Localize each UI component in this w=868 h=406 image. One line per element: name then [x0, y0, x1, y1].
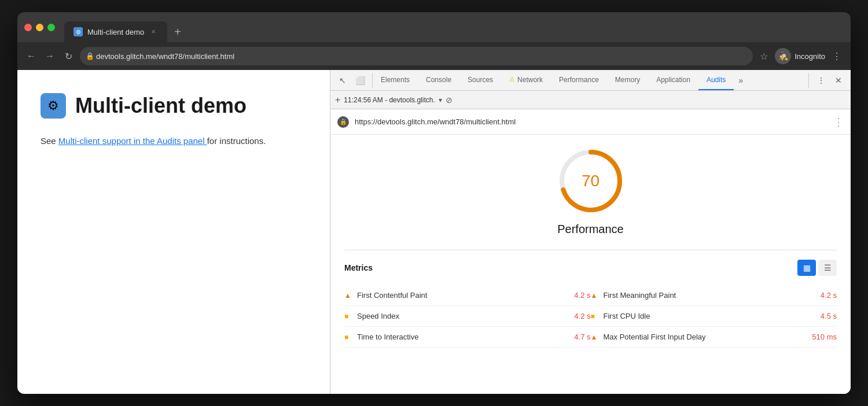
minimize-button[interactable]	[36, 24, 43, 31]
tab-network[interactable]: ⚠Network	[501, 70, 551, 90]
metrics-section: Metrics ▦ ☰ ▲ First Contentful Paint 4.2…	[344, 250, 837, 348]
metric-value-tti: 4.7 s	[574, 333, 590, 341]
metric-value-fcp: 4.2 s	[574, 291, 590, 300]
tab-favicon	[73, 27, 83, 36]
devtools-toolbar: ↖ ⬜ Elements Console Sources ⚠Network Pe…	[330, 70, 851, 91]
devtools-close-button[interactable]: ✕	[831, 73, 846, 88]
audit-url-favicon: 🔒	[337, 116, 349, 128]
description-post: for instructions.	[207, 136, 266, 146]
description-pre: See	[41, 136, 58, 146]
page-logo: ⚙ Multi-client demo	[41, 93, 307, 119]
devtools-panel: ↖ ⬜ Elements Console Sources ⚠Network Pe…	[330, 70, 851, 394]
metric-name-mpfid: Max Potential First Input Delay	[604, 333, 803, 341]
tab-performance[interactable]: Performance	[551, 70, 607, 90]
metric-icon-fci: ■	[591, 312, 599, 320]
metric-value-mpfid: 510 ms	[812, 333, 837, 341]
metric-icon-fcp: ▲	[344, 291, 352, 300]
audit-url-more-button[interactable]: ⋮	[833, 116, 844, 128]
score-section: 70 Performance	[344, 146, 837, 236]
metric-row: ■ Time to Interactive 4.7 s	[344, 327, 591, 348]
close-button[interactable]	[24, 24, 32, 31]
metric-icon-fmp: ▲	[591, 291, 599, 300]
devtools-more-button[interactable]: ⋮	[814, 73, 829, 88]
tab-console[interactable]: Console	[418, 70, 459, 90]
metric-name-fcp: First Contentful Paint	[357, 291, 565, 300]
audits-panel-link[interactable]: Multi-client support in the Audits panel	[58, 136, 207, 146]
audit-url-bar: 🔒 https://devtools.glitch.me/wndt78/mult…	[330, 109, 851, 135]
maximize-button[interactable]	[47, 24, 55, 31]
metric-value-fci: 4.5 s	[821, 312, 837, 320]
cancel-audit-button[interactable]: ⊘	[446, 95, 453, 105]
metric-row: ▲ Max Potential First Input Delay 510 ms	[591, 327, 837, 348]
browser-tab[interactable]: Multi-client demo ×	[64, 21, 167, 42]
inspect-element-button[interactable]: ↖	[335, 73, 350, 88]
network-warn-icon: ⚠	[509, 76, 515, 83]
add-audit-button[interactable]: +	[335, 95, 340, 105]
logo-emoji: ⚙	[47, 98, 59, 113]
incognito-icon: 🕵	[775, 48, 791, 64]
audit-results: 70 Performance Metrics ▦ ☰	[330, 135, 851, 394]
audit-url-text: https://devtools.glitch.me/wndt78/multic…	[355, 117, 833, 126]
metric-name-fmp: First Meaningful Paint	[604, 291, 811, 300]
metric-name-si: Speed Index	[357, 312, 565, 320]
tab-elements[interactable]: Elements	[373, 70, 418, 90]
score-number: 70	[582, 172, 599, 190]
page-logo-icon: ⚙	[41, 93, 66, 119]
metric-row: ■ Speed Index 4.2 s	[344, 306, 591, 327]
tab-sources[interactable]: Sources	[459, 70, 501, 90]
browser-menu-button[interactable]: ⋮	[830, 49, 844, 64]
tab-audits[interactable]: Audits	[698, 70, 734, 90]
tab-memory[interactable]: Memory	[607, 70, 648, 90]
devtools-icon-group: ↖ ⬜	[330, 73, 373, 88]
grid-view-button[interactable]: ▦	[797, 260, 816, 276]
bookmark-button[interactable]: ☆	[757, 49, 770, 64]
browser-window: Multi-client demo × + ← → ↻ 🔒 ☆ 🕵 Incogn…	[17, 12, 851, 394]
incognito-area: 🕵 Incognito	[775, 48, 825, 64]
metric-name-fci: First CPU Idle	[604, 312, 811, 320]
more-tabs-button[interactable]: »	[734, 76, 748, 85]
devtools-tabs: Elements Console Sources ⚠Network Perfor…	[373, 70, 808, 90]
metrics-view-toggle: ▦ ☰	[797, 260, 837, 276]
new-tab-button[interactable]: +	[174, 25, 181, 39]
page-title: Multi-client demo	[75, 94, 247, 118]
address-input-wrapper: 🔒	[80, 47, 753, 65]
metric-value-fmp: 4.2 s	[821, 291, 837, 300]
audit-dropdown[interactable]: ▾	[439, 96, 442, 104]
metric-row: ■ First CPU Idle 4.5 s	[591, 306, 837, 327]
address-bar: ← → ↻ 🔒 ☆ 🕵 Incognito ⋮	[17, 42, 851, 70]
list-view-button[interactable]: ☰	[818, 260, 837, 276]
metrics-grid: ▲ First Contentful Paint 4.2 s ▲ First M…	[344, 285, 837, 348]
reload-button[interactable]: ↻	[61, 49, 75, 63]
metric-row: ▲ First Contentful Paint 4.2 s	[344, 285, 591, 306]
score-label: Performance	[557, 223, 624, 236]
traffic-lights	[24, 24, 55, 31]
lock-icon: 🔒	[86, 52, 94, 60]
incognito-label: Incognito	[795, 52, 825, 61]
devtools-secondary-bar: + 11:24:56 AM - devtools.glitch. ▾ ⊘	[330, 91, 851, 109]
main-content: ⚙ Multi-client demo See Multi-client sup…	[17, 70, 851, 394]
page-description: See Multi-client support in the Audits p…	[41, 135, 307, 148]
metrics-header: Metrics ▦ ☰	[344, 260, 837, 276]
metrics-title: Metrics	[344, 263, 373, 272]
audit-timestamp: 11:24:56 AM - devtools.glitch.	[344, 96, 435, 104]
metric-icon-mpfid: ▲	[591, 333, 599, 341]
tab-application[interactable]: Application	[648, 70, 698, 90]
page-content: ⚙ Multi-client demo See Multi-client sup…	[17, 70, 330, 394]
title-bar: Multi-client demo × +	[17, 12, 851, 42]
metric-icon-tti: ■	[344, 333, 352, 341]
tab-title: Multi-client demo	[87, 28, 144, 36]
metric-icon-si: ■	[344, 312, 352, 320]
forward-button[interactable]: →	[43, 49, 57, 63]
metric-value-si: 4.2 s	[574, 312, 590, 320]
tab-close-button[interactable]: ×	[149, 27, 158, 36]
device-toggle-button[interactable]: ⬜	[352, 73, 367, 88]
score-circle: 70	[556, 146, 626, 216]
address-input[interactable]	[80, 47, 753, 65]
metric-name-tti: Time to Interactive	[357, 333, 565, 341]
metric-row: ▲ First Meaningful Paint 4.2 s	[591, 285, 837, 306]
devtools-tab-actions: ⋮ ✕	[808, 73, 851, 88]
back-button[interactable]: ←	[24, 49, 38, 63]
